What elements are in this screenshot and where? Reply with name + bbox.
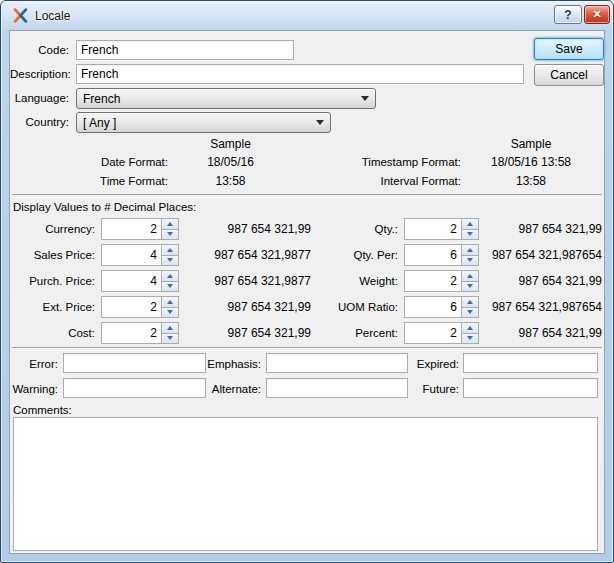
alternate-label: Alternate:	[196, 379, 261, 399]
arrow-down-icon	[167, 232, 173, 236]
sales-price-decimals-input[interactable]	[101, 244, 161, 266]
emphasis-input[interactable]	[266, 353, 408, 373]
titlebar[interactable]: Locale ? ✕	[1, 1, 613, 30]
uom-ratio-decimals-input[interactable]	[404, 296, 461, 318]
spin-up-button[interactable]	[461, 322, 479, 334]
spin-down-button[interactable]	[161, 282, 179, 293]
qty-per-label: Qty. Per:	[310, 245, 398, 265]
arrow-up-icon	[167, 326, 173, 330]
spin-down-button[interactable]	[461, 256, 479, 267]
spin-up-button[interactable]	[161, 218, 179, 230]
currency-decimals-input[interactable]	[101, 218, 161, 240]
purch-price-decimals-input[interactable]	[101, 270, 161, 292]
separator	[12, 347, 602, 351]
cost-decimals-input[interactable]	[101, 322, 161, 344]
spin-down-button[interactable]	[461, 308, 479, 319]
time-format-sample: 13:58	[168, 171, 293, 191]
qty-per-decimals-input[interactable]	[404, 244, 461, 266]
qty-per-spinner	[404, 244, 479, 266]
arrow-down-icon	[467, 258, 473, 262]
date-format-sample: 18/05/16	[168, 152, 293, 172]
ext-price-decimals-input[interactable]	[101, 296, 161, 318]
spin-down-button[interactable]	[161, 256, 179, 267]
currency-sample: 987 654 321,99	[191, 219, 311, 239]
spin-up-button[interactable]	[161, 270, 179, 282]
language-label: Language:	[10, 88, 69, 108]
weight-decimals-input[interactable]	[404, 270, 461, 292]
close-icon: ✕	[592, 8, 601, 21]
spin-down-button[interactable]	[161, 334, 179, 345]
save-button[interactable]: Save	[534, 38, 604, 60]
percent-sample: 987 654 321,99	[482, 323, 602, 343]
separator	[12, 194, 602, 198]
currency-label: Currency:	[10, 219, 95, 239]
spin-down-button[interactable]	[161, 230, 179, 241]
code-input[interactable]	[76, 40, 294, 60]
arrow-down-icon	[467, 284, 473, 288]
timestamp-format-label: Timestamp Format:	[310, 152, 461, 172]
country-selected-value: [ Any ]	[83, 116, 312, 130]
spin-down-button[interactable]	[161, 308, 179, 319]
help-button[interactable]: ?	[554, 5, 582, 24]
sales-price-sample: 987 654 321,9877	[191, 245, 311, 265]
locale-window: Locale ? ✕ Code: Save Description: Cance…	[0, 0, 614, 563]
arrow-down-icon	[167, 310, 173, 314]
qty-decimals-input[interactable]	[404, 218, 461, 240]
description-input[interactable]	[76, 64, 524, 84]
app-icon	[13, 8, 28, 23]
currency-spinner	[101, 218, 179, 240]
error-input[interactable]	[63, 353, 206, 373]
spin-up-button[interactable]	[461, 270, 479, 282]
arrow-up-icon	[167, 274, 173, 278]
spin-down-button[interactable]	[461, 334, 479, 345]
spin-up-button[interactable]	[161, 296, 179, 308]
interval-format-label: Interval Format:	[310, 171, 461, 191]
arrow-up-icon	[467, 300, 473, 304]
spin-up-button[interactable]	[161, 244, 179, 256]
spin-up-button[interactable]	[461, 218, 479, 230]
country-label: Country:	[10, 112, 69, 132]
spin-up-button[interactable]	[461, 296, 479, 308]
future-input[interactable]	[463, 378, 598, 398]
code-label: Code:	[10, 40, 69, 60]
ext-price-label: Ext. Price:	[10, 297, 95, 317]
weight-label: Weight:	[310, 271, 398, 291]
sales-price-label: Sales Price:	[10, 245, 95, 265]
arrow-down-icon	[167, 336, 173, 340]
language-select[interactable]: French	[76, 88, 376, 109]
qty-spinner	[404, 218, 479, 240]
decimal-places-section-label: Display Values to # Decimal Places:	[13, 201, 196, 213]
purch-price-label: Purch. Price:	[10, 271, 95, 291]
weight-sample: 987 654 321,99	[482, 271, 602, 291]
alternate-input[interactable]	[266, 378, 408, 398]
language-selected-value: French	[83, 92, 357, 106]
sales-price-spinner	[101, 244, 179, 266]
uom-ratio-sample: 987 654 321,987654	[482, 297, 602, 317]
timestamp-format-sample: 18/05/16 13:58	[461, 152, 601, 172]
cancel-button-label: Cancel	[550, 68, 587, 82]
spin-down-button[interactable]	[461, 230, 479, 241]
percent-decimals-input[interactable]	[404, 322, 461, 344]
arrow-up-icon	[467, 274, 473, 278]
expired-input[interactable]	[463, 353, 598, 373]
country-select[interactable]: [ Any ]	[76, 112, 331, 133]
warning-input[interactable]	[63, 378, 206, 398]
comments-textarea[interactable]	[13, 417, 598, 551]
spin-up-button[interactable]	[161, 322, 179, 334]
spin-up-button[interactable]	[461, 244, 479, 256]
cost-sample: 987 654 321,99	[191, 323, 311, 343]
close-button[interactable]: ✕	[584, 5, 610, 24]
arrow-down-icon	[467, 310, 473, 314]
percent-spinner	[404, 322, 479, 344]
comments-label: Comments:	[13, 404, 72, 416]
cancel-button[interactable]: Cancel	[534, 64, 604, 86]
interval-format-sample: 13:58	[461, 171, 601, 191]
chevron-down-icon	[361, 96, 369, 101]
chevron-down-icon	[316, 120, 324, 125]
window-title: Locale	[35, 9, 70, 23]
warning-label: Warning:	[10, 379, 58, 399]
spin-down-button[interactable]	[461, 282, 479, 293]
arrow-up-icon	[467, 326, 473, 330]
percent-label: Percent:	[310, 323, 398, 343]
purch-price-spinner	[101, 270, 179, 292]
